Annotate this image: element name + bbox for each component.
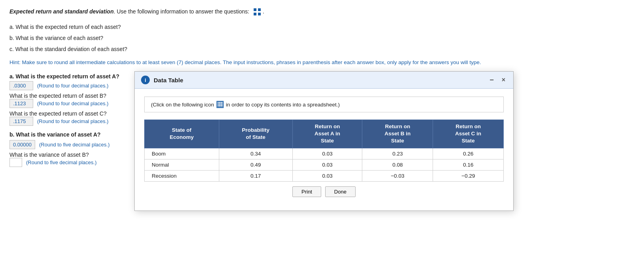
col-header-probability: Probabilityof State	[219, 120, 292, 148]
state-recession: Recession	[145, 170, 219, 178]
spreadsheet-copy-icon[interactable]	[217, 101, 224, 108]
main-content: a. What is the expected return of asset …	[9, 73, 635, 171]
data-table: State ofEconomy Probabilityof State Retu…	[144, 120, 504, 178]
col-header-state: State ofEconomy	[145, 120, 219, 148]
asset-c-recession: −0.29	[433, 170, 504, 178]
question-c: c. What is the standard deviation of eac…	[9, 44, 635, 55]
question-a: a. What is the expected return of each a…	[9, 21, 635, 32]
asset-b-boom: 0.23	[362, 148, 433, 159]
table-header-row: State ofEconomy Probabilityof State Retu…	[145, 120, 504, 148]
section-a-label: a. What is the expected return of asset …	[9, 73, 156, 80]
label-c-expected: What is the expected return of asset C?	[9, 110, 107, 117]
modal-title: Data Table	[154, 77, 183, 83]
answer-b-row: .1123 (Round to four decimal places.)	[9, 99, 156, 108]
grid-icon[interactable]	[253, 8, 261, 16]
state-normal: Normal	[145, 159, 219, 170]
asset-c-boom: 0.26	[433, 148, 504, 159]
asset-a-normal: 0.03	[292, 159, 362, 170]
answer-c-round: (Round to four decimal places.)	[37, 118, 109, 124]
copy-text-after: in order to copy its contents into a spr…	[226, 102, 340, 108]
answer-a-row: .0300 (Round to four decimal places.)	[9, 81, 156, 90]
asset-a-boom: 0.03	[292, 148, 362, 159]
variance-b-input[interactable]	[9, 158, 22, 167]
intro-text: . Use the following information to answe…	[114, 8, 249, 15]
left-panel: a. What is the expected return of asset …	[9, 73, 156, 171]
col-header-asset-b: Return onAsset B inState	[362, 120, 433, 148]
table-row: Normal 0.49 0.03 0.08 0.16	[145, 159, 504, 170]
question-b: b. What is the variance of each asset?	[9, 32, 635, 44]
variance-b-round: (Round to five decimal places.)	[26, 159, 96, 165]
modal-header: i Data Table − ×	[135, 72, 513, 89]
prob-boom: 0.34	[219, 148, 292, 159]
intro-period: .	[263, 8, 264, 15]
answer-c-row: .1175 (Round to four decimal places.)	[9, 117, 156, 126]
modal-minimize-button[interactable]: −	[488, 76, 495, 83]
modal-close-button[interactable]: ×	[500, 76, 507, 83]
asset-a-recession: 0.03	[292, 170, 362, 178]
svg-rect-0	[254, 8, 256, 11]
svg-rect-2	[254, 13, 256, 15]
variance-a-round: (Round to five decimal places.)	[39, 142, 109, 148]
table-row: Boom 0.34 0.03 0.23 0.26	[145, 148, 504, 159]
table-row: Recession 0.17 0.03 −0.03 −0.29	[145, 170, 504, 178]
section-a-block: a. What is the expected return of asset …	[9, 73, 156, 126]
state-boom: Boom	[145, 148, 219, 159]
variance-a-input[interactable]: 0.00000	[9, 140, 35, 149]
answer-c-input[interactable]: .1175	[9, 117, 33, 126]
asset-b-normal: 0.08	[362, 159, 433, 170]
prob-recession: 0.17	[219, 170, 292, 178]
hint-text: Hint: Make sure to round all intermediat…	[9, 59, 635, 66]
variance-b-row: (Round to five decimal places.)	[9, 158, 156, 167]
modal-controls: − ×	[488, 76, 507, 83]
info-icon: i	[141, 76, 150, 84]
col-header-asset-c: Return onAsset C inState	[433, 120, 504, 148]
answer-a-round: (Round to four decimal places.)	[37, 83, 109, 89]
svg-rect-3	[258, 13, 261, 15]
section-b-label: b. What is the variance of asset A?	[9, 131, 156, 138]
modal-header-left: i Data Table	[141, 76, 183, 84]
copy-text-before: (Click on the following icon	[151, 102, 214, 108]
answer-a-input[interactable]: .0300	[9, 81, 33, 90]
prob-normal: 0.49	[219, 159, 292, 170]
answer-b-round: (Round to four decimal places.)	[37, 101, 109, 106]
data-table-modal: i Data Table − × (Click on the following…	[134, 71, 514, 178]
table-body: Boom 0.34 0.03 0.23 0.26 Normal 0.49 0.0…	[145, 148, 504, 178]
asset-c-normal: 0.16	[433, 159, 504, 170]
questions-list: a. What is the expected return of each a…	[9, 21, 635, 55]
section-b-block: b. What is the variance of asset A? 0.00…	[9, 131, 156, 167]
page-wrapper: Expected return and standard deviation. …	[9, 7, 635, 171]
col-header-asset-a: Return onAsset A inState	[292, 120, 362, 148]
intro-paragraph: Expected return and standard deviation. …	[9, 7, 635, 16]
copy-instruction-bar: (Click on the following icon in order to…	[144, 97, 504, 112]
answer-b-input[interactable]: .1123	[9, 99, 33, 108]
intro-bold: Expected return and standard deviation	[9, 8, 114, 15]
label-variance-b: What is the variance of asset B?	[9, 152, 89, 158]
asset-b-recession: −0.03	[362, 170, 433, 178]
label-b-expected: What is the expected return of asset B?	[9, 93, 106, 99]
modal-body: (Click on the following icon in order to…	[135, 89, 513, 178]
variance-a-row: 0.00000 (Round to five decimal places.)	[9, 140, 156, 149]
svg-rect-1	[258, 8, 261, 11]
